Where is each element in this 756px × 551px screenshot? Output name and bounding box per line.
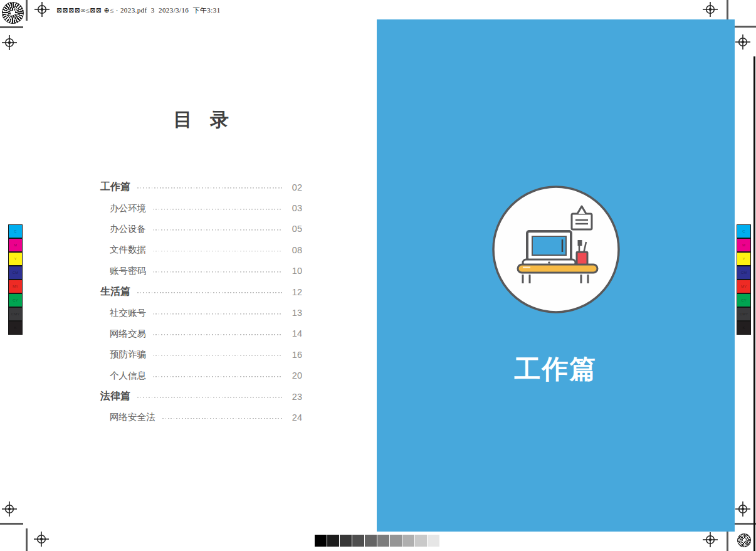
toc-entry[interactable]: 文件数据 08 (100, 239, 302, 260)
toc-entry-page-number: 02 (288, 182, 302, 192)
toc-page-title: 目 录 (100, 107, 302, 133)
star-target-icon (2, 2, 24, 24)
toc-entry[interactable]: 办公环境 03 (100, 197, 302, 218)
cmyk-patch: CM (737, 266, 751, 280)
grayscale-patch (415, 535, 427, 547)
grayscale-patch (390, 535, 402, 547)
cmyk-patch-label: CMY (11, 312, 19, 316)
cmyk-patch: CM (8, 266, 23, 280)
cmyk-patch: MY (737, 280, 751, 293)
star-target-icon (737, 533, 751, 547)
registration-mark-icon (2, 35, 17, 50)
grayscale-patch (402, 535, 414, 547)
pdf-file-info-header: ⊠⊠⊠⊠∞≤⊠⊠ ⊕≤ · 2023.pdf 3 2023/3/16 下午3:3… (56, 6, 221, 15)
cmyk-patch-label: CM (13, 271, 18, 275)
toc-entry-page-number: 16 (288, 350, 302, 360)
toc-entry-label: 个人信息 (110, 370, 146, 382)
cmyk-patch-label: K (14, 326, 16, 330)
registration-mark-icon (735, 501, 750, 517)
toc-leader-dots (153, 250, 282, 251)
cmyk-patch-label: CMY (740, 312, 748, 316)
toc-entry[interactable]: 网络交易 14 (100, 323, 302, 344)
crop-line (26, 528, 28, 551)
toc-entry-label: 网络交易 (110, 328, 146, 340)
toc-entry-page-number: 12 (288, 287, 302, 297)
toc-entry[interactable]: 工作篇 02 (100, 177, 302, 197)
toc-leader-dots (153, 313, 282, 315)
toc-entry[interactable]: 预防诈骗 16 (100, 344, 302, 365)
grayscale-patch (428, 535, 439, 547)
toc-entry-page-number: 23 (288, 392, 302, 402)
cmyk-patch: CY (737, 293, 751, 307)
chapter-cover-title: 工作篇 (377, 352, 735, 387)
toc-entry[interactable]: 账号密码 10 (100, 261, 302, 281)
toc-entry[interactable]: 办公设备 05 (100, 219, 302, 239)
registration-mark-icon (2, 501, 17, 517)
toc-leader-dots (137, 397, 282, 398)
toc-entry-label: 账号密码 (110, 265, 146, 277)
toc-entry[interactable]: 法律篇 23 (100, 386, 302, 407)
cmyk-color-bar-right: C M Y CM MY CY CMY K (737, 224, 751, 335)
page-edge-line (753, 56, 755, 551)
registration-mark-icon (34, 2, 50, 17)
cmyk-color-bar-left: C M Y CM MY CY CMY K (8, 224, 23, 335)
toc-entry[interactable]: 社交账号 13 (100, 302, 302, 323)
cmyk-patch: M (737, 238, 751, 252)
toc-entry[interactable]: 个人信息 20 (100, 365, 302, 386)
crop-line (732, 523, 756, 525)
toc-entry[interactable]: 网络安全法 24 (100, 407, 302, 428)
cmyk-patch: C (8, 224, 23, 238)
cmyk-patch: Y (8, 252, 23, 266)
cmyk-patch-label: M (14, 243, 17, 247)
toc-entry-label: 生活篇 (100, 285, 130, 298)
grayscale-patch (365, 535, 377, 547)
grayscale-patch (327, 535, 339, 547)
crop-line (732, 26, 756, 28)
cmyk-patch: CMY (737, 307, 751, 321)
toc-leader-dots (153, 355, 282, 356)
toc-leader-dots (137, 187, 282, 189)
toc-entry-label: 法律篇 (100, 390, 130, 403)
crop-line (26, 0, 28, 21)
toc-leader-dots (162, 417, 283, 419)
crop-line (0, 26, 23, 28)
grayscale-patch (340, 535, 352, 547)
toc-entry-page-number: 08 (288, 245, 302, 255)
cmyk-patch-label: Y (14, 257, 16, 261)
crop-line (727, 0, 728, 21)
toc-leader-dots (153, 271, 282, 273)
toc-leader-dots (153, 334, 282, 335)
chapter-cover-page: 工作篇 (377, 19, 735, 532)
cmyk-patch: CMY (8, 307, 23, 321)
cmyk-patch: MY (8, 280, 23, 293)
grayscale-patch (315, 535, 327, 547)
cmyk-patch: K (8, 321, 23, 335)
cmyk-patch: K (737, 321, 751, 335)
cmyk-patch: M (8, 238, 23, 252)
toc-entry-page-number: 03 (288, 203, 302, 213)
toc-entry[interactable]: 生活篇 12 (100, 281, 302, 302)
toc-leader-dots (153, 376, 282, 377)
toc-leader-dots (153, 209, 282, 210)
toc-entry-page-number: 14 (288, 328, 302, 338)
crop-line (0, 523, 23, 525)
toc-entry-page-number: 20 (288, 370, 302, 380)
registration-mark-icon (703, 2, 718, 17)
toc-entry-label: 网络安全法 (110, 411, 155, 423)
pdf-print-proof-page: { "header": { "file_info": "⊠⊠⊠⊠∞≤⊠⊠ ⊕≤ … (0, 0, 756, 551)
cmyk-patch-label: M (742, 243, 745, 247)
registration-mark-icon (735, 34, 750, 50)
toc-entry-page-number: 05 (288, 224, 302, 234)
cmyk-patch-label: CM (741, 271, 747, 275)
cmyk-patch-label: CY (13, 298, 18, 302)
toc-entry-label: 社交账号 (110, 307, 146, 319)
registration-mark-icon (34, 532, 49, 547)
cmyk-patch-label: K (742, 326, 745, 330)
cmyk-patch-label: CY (741, 298, 746, 302)
toc-leader-dots (153, 229, 282, 231)
cmyk-patch-label: MY (13, 285, 18, 288)
toc-entry-label: 工作篇 (100, 181, 130, 194)
desk-illustration-icon (491, 185, 621, 317)
grayscale-patch (377, 535, 389, 547)
toc-leader-dots (137, 292, 282, 293)
